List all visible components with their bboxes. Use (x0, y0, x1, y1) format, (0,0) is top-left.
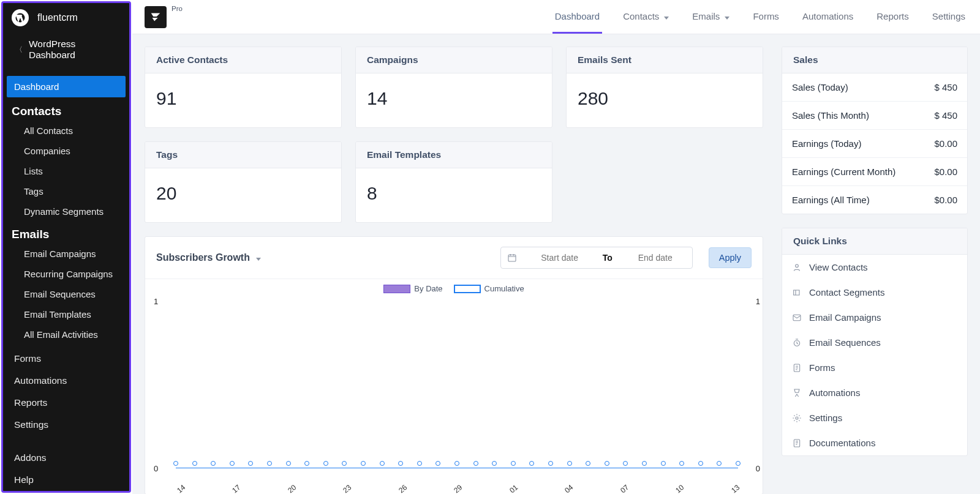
quick-link-label: Contact Segments (809, 287, 884, 298)
y-axis-left-min: 0 (154, 464, 158, 473)
quick-link-label: View Contacts (809, 262, 868, 272)
sidebar-item-email-templates[interactable]: Email Templates (3, 304, 129, 324)
back-to-wp-dashboard[interactable]: 〈 WordPress Dashboard (3, 32, 129, 69)
sidebar-item-addons[interactable]: Addons (3, 447, 129, 469)
quick-link-item[interactable]: Documentations (782, 430, 967, 455)
chart-data-point (267, 461, 272, 466)
quick-link-item[interactable]: Settings (782, 405, 967, 430)
date-range-picker[interactable]: To (500, 247, 693, 269)
svg-point-2 (796, 264, 799, 268)
tab-forms[interactable]: Forms (750, 0, 782, 34)
chevron-down-icon (723, 11, 729, 21)
sidebar-item-automations[interactable]: Automations (3, 370, 129, 392)
quick-link-item[interactable]: Email Campaigns (782, 305, 967, 330)
chart-data-point (211, 461, 216, 466)
chart-data-point (342, 461, 347, 466)
stat-card-email-templates: Email Templates 8 (355, 141, 552, 223)
stat-label: Email Templates (356, 142, 552, 168)
stat-label: Emails Sent (567, 47, 763, 73)
sidebar-item-all-contacts[interactable]: All Contacts (3, 121, 129, 141)
legend-item-by-date[interactable]: By Date (383, 284, 442, 293)
stat-label: Tags (145, 142, 341, 168)
sidebar-item-help[interactable]: Help (3, 469, 129, 491)
y-axis-right-max: 1 (756, 297, 760, 306)
chevron-down-icon (255, 252, 261, 263)
chart-subscribers-growth: Subscribers Growth To Apply (145, 236, 763, 494)
chart-data-point (398, 461, 403, 466)
quick-link-item[interactable]: View Contacts (782, 255, 967, 280)
sidebar-item-settings[interactable]: Settings (3, 414, 129, 436)
chart-data-point (548, 461, 553, 466)
chart-data-point (323, 461, 328, 466)
chart-data-point (698, 461, 703, 466)
quick-link-item[interactable]: Email Sequences (782, 330, 967, 355)
chart-title-text: Subscribers Growth (156, 252, 250, 263)
quick-link-label: Settings (809, 413, 842, 423)
top-tabs: Dashboard Contacts Emails Forms Automati… (552, 0, 968, 34)
card-title: Sales (782, 47, 967, 73)
sidebar-item-email-campaigns[interactable]: Email Campaigns (3, 244, 129, 264)
sidebar-item-lists[interactable]: Lists (3, 161, 129, 181)
sidebar-item-companies[interactable]: Companies (3, 141, 129, 161)
quick-link-item[interactable]: Automations (782, 380, 967, 405)
chart-data-point (173, 461, 178, 466)
sales-row: Earnings (All Time)$0.00 (782, 186, 967, 214)
sidebar-item-forms[interactable]: Forms (3, 348, 129, 370)
x-tick-label: 29 (452, 483, 464, 494)
y-axis-left-max: 1 (154, 297, 158, 306)
sidebar-item-all-email-activities[interactable]: All Email Activities (3, 324, 129, 345)
quick-link-label: Email Campaigns (809, 312, 881, 323)
wordpress-logo-icon (12, 9, 29, 26)
stat-card-campaigns: Campaigns 14 (355, 47, 552, 128)
quick-link-icon (792, 363, 802, 373)
quick-link-icon (792, 338, 802, 348)
stat-card-emails-sent: Emails Sent 280 (566, 47, 763, 128)
quick-link-item[interactable]: Forms (782, 355, 967, 380)
tab-contacts[interactable]: Contacts (620, 0, 671, 34)
stat-value: 280 (567, 73, 763, 127)
sales-row: Sales (Today)$ 450 (782, 73, 967, 102)
quick-link-label: Email Sequences (809, 337, 881, 348)
tab-settings[interactable]: Settings (930, 0, 968, 34)
sidebar-section-contacts[interactable]: Contacts (3, 99, 129, 121)
start-date-input[interactable] (523, 253, 597, 263)
quick-link-icon (792, 313, 802, 323)
tab-emails[interactable]: Emails (690, 0, 732, 34)
tab-automations[interactable]: Automations (800, 0, 856, 34)
sidebar-item-dynamic-segments[interactable]: Dynamic Segments (3, 201, 129, 222)
y-axis-right-min: 0 (756, 464, 760, 473)
quick-link-icon (792, 388, 802, 398)
svg-rect-3 (793, 315, 801, 320)
end-date-input[interactable] (619, 253, 692, 263)
quick-link-icon (792, 288, 802, 298)
sales-label: Sales (This Month) (792, 110, 869, 121)
x-tick-label: 20 (286, 483, 298, 494)
sidebar-item-addons[interactable] (3, 436, 129, 447)
stat-value: 8 (356, 168, 552, 222)
sidebar-item-tags[interactable]: Tags (3, 181, 129, 201)
sales-label: Earnings (Current Month) (792, 167, 895, 177)
sidebar-app-title: fluentcrm (37, 12, 78, 23)
chart-data-point (380, 461, 385, 466)
sales-label: Earnings (All Time) (792, 195, 870, 205)
chart-data-point (304, 461, 309, 466)
tab-reports[interactable]: Reports (874, 0, 911, 34)
legend-item-cumulative[interactable]: Cumulative (454, 284, 524, 293)
sidebar-item-reports[interactable]: Reports (3, 392, 129, 414)
tab-dashboard[interactable]: Dashboard (552, 0, 602, 34)
sidebar-item-email-sequences[interactable]: Email Sequences (3, 284, 129, 304)
chart-data-point (736, 461, 741, 466)
card-title: Quick Links (782, 228, 967, 255)
sidebar-item-dashboard[interactable]: Dashboard (7, 76, 126, 97)
chart-title-selector[interactable]: Subscribers Growth (156, 252, 261, 263)
chart-data-point (361, 461, 366, 466)
stat-card-tags: Tags 20 (145, 141, 342, 223)
sidebar-item-recurring-campaigns[interactable]: Recurring Campaigns (3, 264, 129, 284)
topbar: Pro Dashboard Contacts Emails Forms Auto… (132, 0, 980, 34)
apply-button[interactable]: Apply (709, 247, 752, 268)
chart-data-point (286, 461, 291, 466)
quick-link-item[interactable]: Contact Segments (782, 280, 967, 305)
sales-row: Earnings (Current Month)$0.00 (782, 158, 967, 186)
x-tick-label: 01 (508, 483, 519, 494)
sidebar-section-emails[interactable]: Emails (3, 222, 129, 244)
